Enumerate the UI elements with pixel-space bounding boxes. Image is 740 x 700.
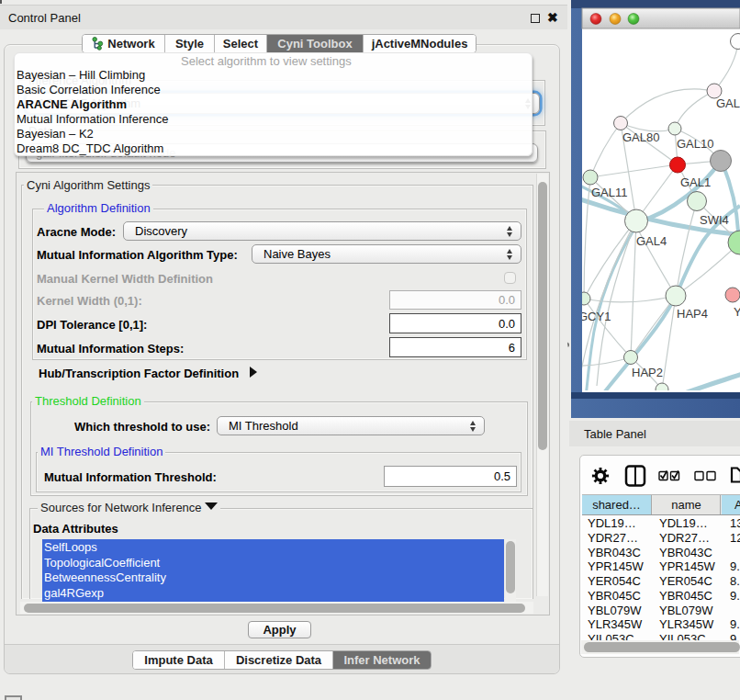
svg-text:Y: Y	[734, 305, 740, 319]
svg-text:GAL80: GAL80	[622, 130, 659, 144]
svg-text:GAL1: GAL1	[680, 175, 711, 189]
svg-text:GAL11: GAL11	[591, 186, 628, 199]
svg-text:GAL10: GAL10	[677, 137, 713, 151]
svg-text:HAP4: HAP4	[677, 307, 708, 321]
svg-text:HAP2: HAP2	[632, 366, 663, 379]
svg-text:SWI4: SWI4	[700, 213, 729, 227]
svg-text:GCY1: GCY1	[578, 310, 611, 323]
svg-text:GAL4: GAL4	[636, 234, 667, 248]
svg-text:GAL7: GAL7	[716, 96, 740, 110]
